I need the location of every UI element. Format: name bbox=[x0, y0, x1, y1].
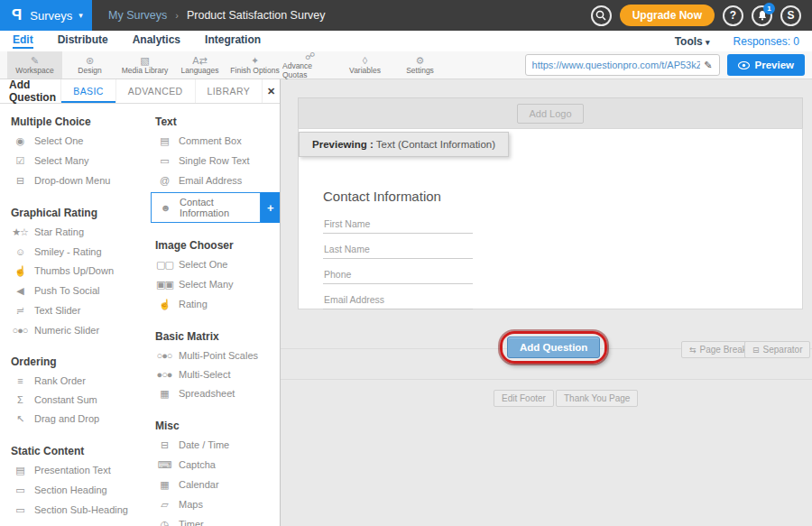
question-type-maps[interactable]: ▱Maps bbox=[144, 494, 280, 514]
preview-button[interactable]: Preview bbox=[727, 54, 805, 76]
panel-tab-basic[interactable]: BASIC bbox=[60, 79, 115, 103]
question-type-select-many[interactable]: ▣▣Select Many bbox=[144, 274, 280, 294]
search-button[interactable] bbox=[591, 5, 612, 26]
notifications-button[interactable]: 1 bbox=[752, 5, 772, 26]
toolbar-item-workspace[interactable]: ✎Workspace bbox=[7, 51, 62, 78]
survey-question-card: Previewing : Text (Contact Information) … bbox=[298, 128, 803, 309]
question-type-multi-point-scales[interactable]: ○●○Multi-Point Scales bbox=[144, 346, 280, 365]
panel-tab-advanced[interactable]: ADVANCED bbox=[115, 79, 195, 103]
nav-tab-analytics[interactable]: Analytics bbox=[133, 33, 180, 49]
user-avatar[interactable]: S bbox=[780, 5, 801, 26]
question-type-contact-information[interactable]: ☻Contact Information bbox=[151, 192, 261, 223]
numeric-slider-icon: ○●○ bbox=[12, 325, 28, 336]
toolbar-item-advance-quotas[interactable]: ☍Advance Quotas bbox=[282, 51, 337, 78]
close-panel-button[interactable]: ✕ bbox=[262, 79, 280, 103]
question-type-presentation-text[interactable]: ▤Presentation Text bbox=[0, 460, 144, 480]
add-contact-information-button[interactable]: + bbox=[261, 192, 280, 223]
toolbar-item-languages[interactable]: A⇄Languages bbox=[172, 51, 227, 78]
toolbar-item-media-library[interactable]: ▧Media Library bbox=[117, 51, 172, 78]
question-type-rating[interactable]: ☝Rating bbox=[144, 294, 280, 314]
survey-url-field[interactable]: https://www.questionpro.com/t/AP53kZgUI … bbox=[525, 54, 720, 76]
question-type-thumbs-up-down[interactable]: ☝Thumbs Up/Down bbox=[0, 261, 144, 281]
drag-and-drop-icon: ↖ bbox=[12, 413, 28, 425]
toolbar-item-finish-options[interactable]: ✦Finish Options bbox=[227, 51, 282, 78]
question-type-calendar[interactable]: ▦Calendar bbox=[144, 475, 280, 494]
section-sub-heading-icon: ▭ bbox=[12, 504, 28, 516]
question-type-section-sub-heading[interactable]: ▭Section Sub-Heading bbox=[0, 500, 144, 520]
upgrade-now-button[interactable]: Upgrade Now bbox=[620, 5, 715, 26]
question-type-select-many[interactable]: ☑Select Many bbox=[0, 151, 144, 171]
drop-down-menu-icon: ⊟ bbox=[12, 175, 28, 187]
multi-point-scales-icon: ○●○ bbox=[156, 350, 172, 361]
smiley-rating-icon: ☺ bbox=[12, 246, 28, 257]
toolbar-item-settings[interactable]: ⚙Settings bbox=[392, 51, 448, 78]
add-logo-button[interactable]: Add Logo bbox=[517, 104, 583, 124]
question-type-comment-box[interactable]: ▤Comment Box bbox=[144, 131, 280, 151]
question-section: Text▤Comment Box▭Single Row Text@Email A… bbox=[144, 109, 280, 223]
question-type-push-to-social[interactable]: ◀Push To Social bbox=[0, 281, 144, 300]
question-type-rank-order[interactable]: ≡Rank Order bbox=[0, 371, 144, 390]
question-type-captcha[interactable]: ⌨Captcha bbox=[144, 455, 280, 475]
thank-you-page-button[interactable]: Thank You Page bbox=[556, 390, 638, 407]
questionpro-logo-icon: P bbox=[12, 6, 22, 24]
avatar-initial: S bbox=[787, 9, 794, 22]
question-type-drop-down-menu[interactable]: ⊟Drop-down Menu bbox=[0, 171, 144, 190]
notification-badge: 1 bbox=[763, 3, 775, 14]
separator-button[interactable]: ⊟ Separator bbox=[744, 341, 810, 358]
question-type-email-address[interactable]: @Email Address bbox=[144, 171, 280, 189]
product-name: Surveys bbox=[30, 9, 72, 23]
select-one-icon: ▢▢ bbox=[156, 259, 172, 271]
languages-icon: A⇄ bbox=[192, 55, 208, 66]
email-address-icon: @ bbox=[156, 175, 172, 186]
question-type-section-heading[interactable]: ▭Section Heading bbox=[0, 480, 144, 500]
nav-tab-edit[interactable]: Edit bbox=[13, 33, 33, 49]
panel-tab-library[interactable]: LIBRARY bbox=[195, 79, 263, 103]
add-question-button[interactable]: Add Question bbox=[507, 337, 600, 358]
select-one-icon: ◉ bbox=[12, 135, 28, 147]
nav-tab-distribute[interactable]: Distribute bbox=[58, 33, 108, 49]
multi-select-icon: ●○● bbox=[156, 369, 172, 380]
question-type-star-rating[interactable]: ★☆Star Rating bbox=[0, 222, 144, 242]
question-type-select-one[interactable]: ▢▢Select One bbox=[144, 254, 280, 274]
breadcrumb-my-surveys[interactable]: My Surveys bbox=[108, 9, 167, 22]
design-icon: ⊛ bbox=[86, 55, 94, 66]
question-type-smiley-rating[interactable]: ☺Smiley - Rating bbox=[0, 242, 144, 261]
question-type-multi-select[interactable]: ●○●Multi-Select bbox=[144, 365, 280, 383]
preview-label: Preview bbox=[755, 60, 794, 70]
question-type-spreadsheet[interactable]: ▦Spreadsheet bbox=[144, 383, 280, 403]
question-type-text-slider[interactable]: ≓Text Slider bbox=[0, 300, 144, 320]
select-many-icon: ▣▣ bbox=[156, 279, 172, 291]
breadcrumb: My Surveys › Product Satisfaction Survey bbox=[108, 9, 326, 22]
help-button[interactable]: ? bbox=[723, 5, 743, 26]
app-logo-menu[interactable]: P Surveys ▾ bbox=[0, 0, 92, 31]
question-type-single-row-text[interactable]: ▭Single Row Text bbox=[144, 151, 280, 171]
question-type-select-one[interactable]: ◉Select One bbox=[0, 131, 144, 151]
responses-link[interactable]: Responses: 0 bbox=[734, 35, 799, 48]
email-address-field[interactable]: Email Address bbox=[323, 291, 473, 309]
panel-title: Add Question bbox=[0, 78, 60, 104]
thank-you-page-label: Thank You Page bbox=[564, 393, 630, 403]
question-type-drag-and-drop[interactable]: ↖Drag and Drop bbox=[0, 409, 144, 429]
rating-icon: ☝ bbox=[156, 299, 172, 310]
question-type-numeric-slider[interactable]: ○●○Numeric Slider bbox=[0, 320, 144, 339]
survey-title: Product Satisfaction Survey bbox=[187, 9, 326, 22]
toolbar-item-variables[interactable]: ◊Variables bbox=[337, 51, 392, 78]
edit-url-icon[interactable]: ✎ bbox=[704, 60, 712, 71]
nav-tab-integration[interactable]: Integration bbox=[205, 33, 261, 49]
question-type-contact-information-selected[interactable]: ☻Contact Information+ bbox=[151, 192, 280, 223]
text-slider-icon: ≓ bbox=[12, 305, 28, 317]
question-column: Multiple Choice◉Select One☑Select Many⊟D… bbox=[0, 109, 144, 526]
phone-field[interactable]: Phone bbox=[323, 265, 473, 284]
question-type-timer[interactable]: ◷Timer bbox=[144, 514, 280, 526]
tools-menu[interactable]: Tools ▾ bbox=[675, 35, 710, 48]
toolbar-item-design[interactable]: ⊛Design bbox=[62, 51, 117, 78]
select-many-icon: ☑ bbox=[12, 155, 28, 167]
question-type-date-time[interactable]: ⊟Date / Time bbox=[144, 435, 280, 455]
first-name-field[interactable]: First Name bbox=[323, 215, 473, 234]
rank-order-icon: ≡ bbox=[12, 375, 28, 386]
edit-footer-button[interactable]: Edit Footer bbox=[494, 390, 554, 407]
question-type-constant-sum[interactable]: ΣConstant Sum bbox=[0, 390, 144, 409]
panel-header: Add Question BASICADVANCEDLIBRARY ✕ bbox=[0, 79, 280, 104]
last-name-field[interactable]: Last Name bbox=[323, 240, 473, 259]
question-section: Basic Matrix○●○Multi-Point Scales●○●Mult… bbox=[144, 324, 280, 403]
